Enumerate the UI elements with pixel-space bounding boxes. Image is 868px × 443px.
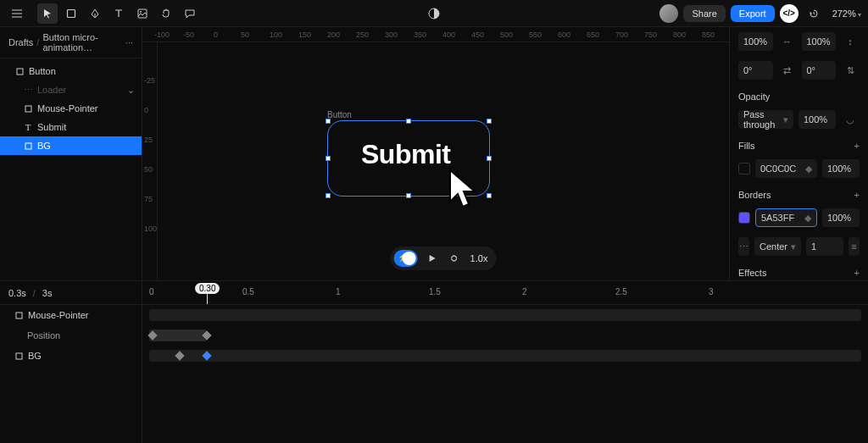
border-position-field[interactable]: Center▾ (754, 237, 801, 256)
tl-prop-position[interactable]: Position (0, 325, 142, 346)
border-style-button[interactable]: ≡ (849, 237, 860, 256)
layer-loader[interactable]: ⋯Loader⌄ (0, 80, 142, 99)
playback-controls: 1.0x (391, 246, 497, 270)
add-effect-button[interactable]: + (854, 268, 860, 278)
visibility-icon[interactable]: ◡ (841, 110, 860, 129)
tl-layer-mouse-pointer[interactable]: Mouse-Pointer (0, 305, 142, 325)
export-button[interactable]: Export (731, 5, 775, 22)
comment-tool[interactable] (180, 3, 200, 24)
canvas[interactable]: -100-50050100150200250300350400450500550… (142, 27, 729, 280)
layer-bg[interactable]: BG (0, 136, 142, 155)
effects-section: Effects+ (730, 261, 868, 280)
tl-track-position[interactable] (142, 325, 868, 346)
user-avatar[interactable] (659, 4, 678, 23)
rotation-field-2[interactable]: 0° (802, 61, 837, 80)
menu-button[interactable] (7, 3, 27, 24)
ruler-horizontal: -100-50050100150200250300350400450500550… (142, 27, 729, 42)
height-field[interactable]: 100% (802, 32, 837, 51)
swap-horizontal-icon[interactable]: ↔ (778, 32, 797, 51)
history-icon[interactable] (804, 3, 824, 24)
svg-point-2 (140, 11, 142, 13)
svg-rect-8 (16, 353, 22, 359)
blend-mode-field[interactable]: Pass through▾ (738, 110, 793, 129)
tl-layer-bg[interactable]: BG (0, 346, 142, 366)
live-toggle[interactable] (394, 250, 418, 267)
share-button[interactable]: Share (683, 5, 725, 22)
frame-label[interactable]: Button (327, 110, 352, 119)
borders-section: Borders+ (730, 183, 868, 203)
playhead[interactable] (207, 285, 208, 304)
flip-v-icon[interactable]: ⇅ (841, 61, 860, 80)
border-swatch[interactable] (738, 212, 750, 224)
svg-rect-4 (17, 69, 23, 75)
tl-track-bg[interactable] (142, 346, 868, 366)
svg-rect-6 (25, 143, 31, 149)
svg-rect-5 (25, 106, 31, 112)
add-fill-button[interactable]: + (854, 141, 860, 151)
play-button[interactable] (425, 251, 440, 266)
rect-tool[interactable] (61, 3, 81, 24)
hand-tool[interactable] (156, 3, 176, 24)
pen-tool[interactable] (85, 3, 105, 24)
layer-submit[interactable]: TSubmit (0, 118, 142, 136)
loop-button[interactable] (447, 251, 462, 266)
fill-opacity-field[interactable]: 100% (822, 159, 860, 178)
inspector-panel: 100% ↔ 100% ↕ 0° ⇄ 0° ⇅ Opacity Pass thr… (729, 27, 868, 280)
timeline-ruler[interactable]: 0 0.5 1 1.5 2 2.5 3 (142, 281, 868, 305)
select-tool[interactable] (37, 3, 58, 24)
swap-vertical-icon[interactable]: ↕ (841, 32, 860, 51)
svg-rect-0 (68, 9, 75, 17)
opacity-value-field[interactable]: 100% (798, 110, 836, 129)
timeline-panel: 0.3s / 3s Mouse-Pointer Position BG 0 0.… (0, 280, 868, 443)
image-tool[interactable] (132, 3, 153, 24)
fill-swatch[interactable] (738, 163, 750, 174)
fills-section: Fills+ (730, 134, 868, 154)
flip-h-icon[interactable]: ⇄ (778, 61, 797, 80)
border-width-field[interactable]: 1 (806, 237, 843, 256)
opacity-section: Opacity (730, 85, 868, 105)
text-tool[interactable] (108, 3, 129, 24)
add-border-button[interactable]: + (854, 190, 860, 200)
tl-track-mouse-pointer[interactable] (142, 305, 868, 325)
rotation-field[interactable]: 0° (738, 61, 773, 80)
contrast-icon[interactable] (424, 3, 444, 24)
width-field[interactable]: 100% (738, 32, 773, 51)
breadcrumb[interactable]: Drafts/Button micro-animation…··· (0, 27, 142, 58)
border-opacity-field[interactable]: 100% (822, 208, 860, 227)
layer-mouse-pointer[interactable]: Mouse-Pointer (0, 99, 142, 118)
current-time: 0.3s (8, 288, 26, 298)
ruler-vertical: -250255075100 (142, 42, 158, 280)
border-hex-field[interactable]: 5A53FF◆ (755, 208, 817, 227)
timeline-header: 0.3s / 3s (0, 281, 142, 305)
canvas-button-text: Submit (361, 139, 450, 170)
code-icon[interactable]: </> (780, 4, 798, 23)
border-options-button[interactable]: ⋯ (738, 237, 749, 256)
layers-panel: Drafts/Button micro-animation…··· Button… (0, 27, 142, 280)
layer-button[interactable]: Button (0, 62, 142, 80)
total-time: 3s (42, 288, 53, 298)
playback-speed[interactable]: 1.0x (469, 253, 493, 263)
zoom-level[interactable]: 272% ▾ (829, 8, 861, 19)
svg-rect-7 (16, 313, 22, 318)
mouse-pointer-shape (446, 168, 481, 212)
fill-hex-field[interactable]: 0C0C0C◆ (755, 159, 817, 178)
top-toolbar: Share Export </> 272% ▾ (0, 0, 868, 27)
